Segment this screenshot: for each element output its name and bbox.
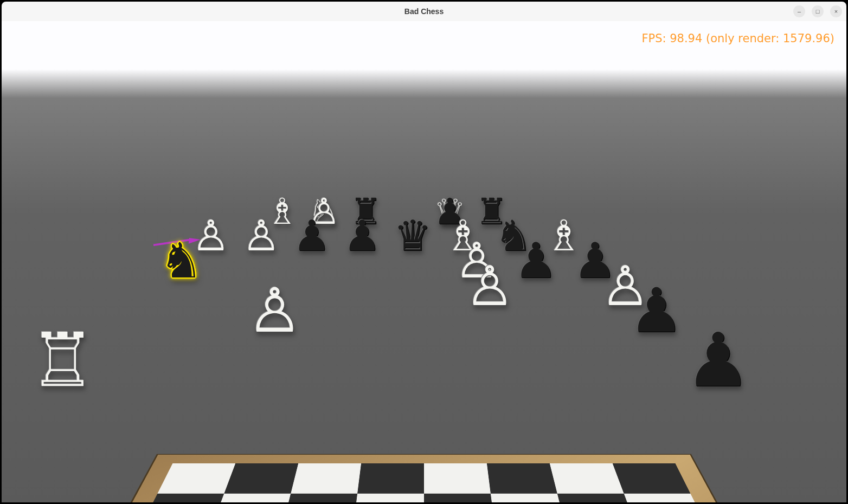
black-knight-a6[interactable]: ♞ (159, 237, 203, 286)
white-pawn-f5[interactable]: ♙ (465, 259, 515, 313)
black-pawn-c7[interactable]: ♟ (293, 215, 331, 257)
window-controls: – □ × (793, 5, 842, 17)
square-e7[interactable] (424, 494, 495, 502)
scene-3d[interactable]: ♞♙♙♗♘♟♙♜♟♛♙♖♕♗♟♙♞♜♟♙♗♟♙♟♟ (2, 21, 846, 502)
maximize-button[interactable]: □ (812, 5, 824, 17)
close-button[interactable]: × (830, 5, 842, 17)
app-window: Bad Chess – □ × FPS: 98.94 (only render:… (0, 0, 848, 504)
close-icon: × (834, 8, 838, 15)
board-grid[interactable] (2, 463, 846, 502)
game-viewport[interactable]: FPS: 98.94 (only render: 1579.96) ♞♙♙♗♘♟… (2, 21, 846, 502)
square-e8[interactable] (424, 463, 491, 494)
window-title: Bad Chess (2, 7, 846, 16)
white-rook-a2[interactable]: ♖ (29, 324, 96, 398)
square-d8[interactable] (357, 463, 424, 494)
square-f7[interactable] (491, 494, 566, 502)
black-pawn-h4[interactable]: ♟ (629, 280, 684, 341)
white-pawn-c4[interactable]: ♙ (247, 280, 302, 341)
square-b7[interactable] (211, 494, 291, 502)
minimize-button[interactable]: – (793, 5, 805, 17)
maximize-icon: □ (816, 8, 820, 15)
square-d7[interactable] (353, 494, 424, 502)
titlebar[interactable]: Bad Chess – □ × (2, 2, 846, 21)
black-pawn-g6[interactable]: ♟ (514, 237, 558, 286)
black-queen-e7[interactable]: ♛ (394, 215, 432, 257)
square-f8[interactable] (487, 463, 557, 494)
black-pawn-d7[interactable]: ♟ (343, 215, 381, 257)
black-pawn-h2[interactable]: ♟ (685, 324, 751, 398)
square-c8[interactable] (291, 463, 361, 494)
square-g8[interactable] (550, 463, 624, 494)
minimize-icon: – (798, 8, 801, 15)
white-pawn-b7[interactable]: ♙ (242, 215, 280, 257)
square-b8[interactable] (224, 463, 298, 494)
square-c7[interactable] (282, 494, 357, 502)
